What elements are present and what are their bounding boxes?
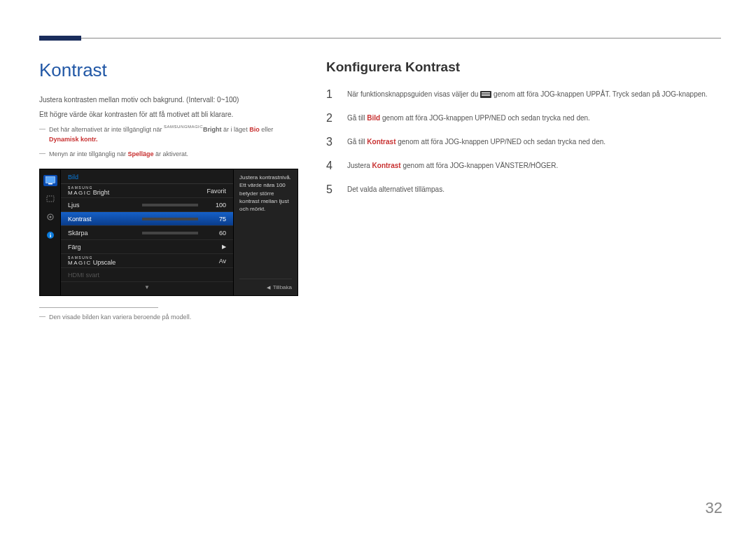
osd-screenshot: i Bild SAMSUNGMAGICBright Favorit bbox=[39, 169, 298, 296]
step-1: 1 När funktionsknappsguiden visas väljer… bbox=[326, 89, 721, 100]
footnote: Den visade bilden kan variera beroende p… bbox=[39, 312, 298, 322]
osd-down-arrow: ▼ bbox=[61, 282, 233, 293]
gear-icon bbox=[43, 211, 57, 223]
osd-row-magic-bright: SAMSUNGMAGICBright Favorit bbox=[61, 184, 233, 198]
osd-row-kontrast: Kontrast 75 bbox=[61, 212, 233, 226]
header-rule bbox=[39, 38, 721, 38]
steps-list: 1 När funktionsknappsguiden visas väljer… bbox=[326, 89, 721, 195]
osd-sidebar: i bbox=[40, 169, 61, 295]
svg-rect-1 bbox=[48, 183, 52, 185]
picture-icon bbox=[43, 175, 57, 186]
osd-row-farg: Färg ▶ bbox=[61, 240, 233, 254]
osd-menu-list: Bild SAMSUNGMAGICBright Favorit Ljus 100 bbox=[61, 169, 233, 295]
osd-row-ljus: Ljus 100 bbox=[61, 198, 233, 212]
osd-back-hint: ◀Tillbaka bbox=[239, 279, 292, 291]
section-title: Kontrast bbox=[39, 59, 298, 81]
osd-header: Bild bbox=[61, 169, 233, 184]
footnote-rule bbox=[39, 307, 158, 308]
osd-row-hdmi-svart: HDMI svart bbox=[61, 268, 233, 282]
svg-rect-2 bbox=[47, 196, 54, 202]
step-3: 3 Gå till Kontrast genom att föra JOG-kn… bbox=[326, 136, 721, 148]
step-2: 2 Gå till Bild genom att föra JOG-knappe… bbox=[326, 113, 721, 124]
step-5: 5 Det valda alternativet tillämpas. bbox=[326, 184, 721, 195]
subsection-title: Konfigurera Kontrast bbox=[326, 59, 721, 75]
osd-row-magic-upscale: SAMSUNGMAGICUpscale Av bbox=[61, 254, 233, 268]
note-2: Menyn är inte tillgänglig när Spelläge ä… bbox=[39, 149, 298, 159]
intro-text-1: Justera kontrasten mellan motiv och bakg… bbox=[39, 94, 298, 106]
intro-text-2: Ett högre värde ökar kontrasten för att … bbox=[39, 108, 298, 120]
osd-description-panel: Justera kontrastnivå. Ett värde nära 100… bbox=[233, 169, 298, 295]
note-1: Det här alternativet är inte tillgänglig… bbox=[39, 125, 298, 145]
osd-row-skarpa: Skärpa 60 bbox=[61, 226, 233, 240]
settings-icon bbox=[43, 193, 57, 204]
svg-rect-0 bbox=[46, 177, 55, 183]
step-4: 4 Justera Kontrast genom att föra JOG-kn… bbox=[326, 160, 721, 171]
info-icon: i bbox=[43, 230, 57, 241]
menu-icon bbox=[480, 91, 491, 98]
page-number: 32 bbox=[706, 499, 722, 517]
svg-point-4 bbox=[49, 216, 51, 218]
